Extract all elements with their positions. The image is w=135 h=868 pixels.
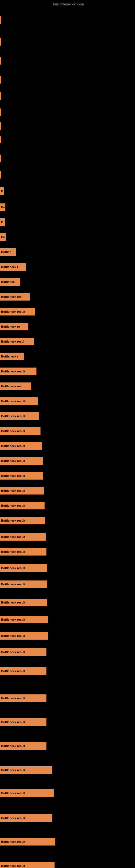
bar-label-18: Bottleneck result: [0, 308, 35, 315]
bar-row-24: Bottleneck result: [0, 397, 135, 405]
bar-label-17: Bottleneck res: [0, 293, 30, 301]
bar-row-6: [0, 122, 135, 130]
bar-row-17: Bottleneck res: [0, 293, 135, 301]
bar-row-4: [0, 92, 135, 100]
bar-label-34: Bottleneck result: [0, 548, 46, 556]
bar-label-11: Bo: [0, 204, 5, 211]
bar-label-38: Bottleneck result: [0, 616, 48, 623]
bar-label-31: Bottleneck result: [0, 502, 45, 509]
bar-label-1: [0, 38, 1, 45]
bar-row-9: [0, 171, 135, 179]
bar-row-7: [0, 135, 135, 143]
bar-row-1: [0, 38, 135, 45]
bar-row-38: Bottleneck result: [0, 616, 135, 623]
bar-label-41: Bottleneck result: [0, 667, 46, 675]
bar-label-21: Bottleneck r: [0, 352, 24, 360]
bar-row-35: Bottleneck result: [0, 564, 135, 572]
bar-row-41: Bottleneck result: [0, 667, 135, 675]
bar-label-10: B: [0, 187, 4, 195]
bar-row-28: Bottleneck result: [0, 457, 135, 465]
bar-label-9: [0, 171, 1, 179]
bar-label-22: Bottleneck result: [0, 368, 37, 375]
bar-label-6: [0, 122, 1, 130]
bar-row-43: Bottleneck result: [0, 718, 135, 726]
bar-label-2: [0, 57, 1, 65]
bar-row-23: Bottleneck res: [0, 382, 135, 390]
bar-label-12: B: [0, 218, 5, 226]
bar-row-48: Bottleneck result: [0, 838, 135, 845]
bar-label-15: Bottleneck r: [0, 263, 26, 271]
bar-label-44: Bottleneck result: [0, 742, 46, 750]
bar-row-5: [0, 108, 135, 116]
bar-row-29: Bottleneck result: [0, 472, 135, 479]
bar-row-47: Bottleneck result: [0, 814, 135, 822]
bar-label-25: Bottleneck result: [0, 412, 39, 420]
bar-label-30: Bottleneck result: [0, 487, 44, 495]
bar-row-25: Bottleneck result: [0, 412, 135, 420]
bar-label-28: Bottleneck result: [0, 457, 43, 465]
bar-label-5: [0, 108, 1, 116]
bar-row-12: B: [0, 218, 135, 226]
bar-row-21: Bottleneck r: [0, 352, 135, 360]
bar-label-33: Bottleneck result: [0, 533, 46, 540]
bar-row-44: Bottleneck result: [0, 742, 135, 750]
bar-label-7: [0, 135, 1, 143]
bar-label-37: Bottleneck result: [0, 599, 47, 606]
bar-row-13: Bo: [0, 233, 135, 241]
bar-label-16: Bottlenec: [0, 278, 20, 286]
bar-row-31: Bottleneck result: [0, 502, 135, 509]
bar-label-23: Bottleneck res: [0, 382, 31, 390]
bar-row-33: Bottleneck result: [0, 533, 135, 540]
bar-label-14: Bottlen: [0, 248, 16, 256]
bar-label-40: Bottleneck result: [0, 648, 46, 656]
bar-row-22: Bottleneck result: [0, 368, 135, 375]
bar-label-29: Bottleneck result: [0, 472, 43, 479]
bar-label-39: Bottleneck result: [0, 632, 48, 640]
bar-row-11: Bo: [0, 204, 135, 211]
bar-row-32: Bottleneck result: [0, 517, 135, 524]
bar-label-35: Bottleneck result: [0, 564, 47, 572]
bar-row-10: B: [0, 187, 135, 195]
bar-label-32: Bottleneck result: [0, 517, 45, 524]
bar-row-39: Bottleneck result: [0, 632, 135, 640]
bar-label-47: Bottleneck result: [0, 814, 52, 822]
bar-label-0: [0, 16, 1, 24]
bar-label-20: Bottleneck resul: [0, 338, 34, 345]
bar-row-20: Bottleneck resul: [0, 338, 135, 345]
bar-row-0: [0, 16, 135, 24]
bar-label-42: Bottleneck result: [0, 694, 46, 702]
bar-label-19: Bottleneck re: [0, 323, 28, 330]
bar-row-14: Bottlen: [0, 248, 135, 256]
site-title: TheBottlenecker.com: [51, 2, 84, 6]
bar-label-46: Bottleneck result: [0, 789, 54, 797]
bar-row-34: Bottleneck result: [0, 548, 135, 556]
bar-row-27: Bottleneck result: [0, 442, 135, 450]
bar-row-30: Bottleneck result: [0, 487, 135, 495]
bar-row-18: Bottleneck result: [0, 308, 135, 315]
bar-row-49: Bottleneck result: [0, 862, 135, 868]
bar-row-15: Bottleneck r: [0, 263, 135, 271]
bar-row-36: Bottleneck result: [0, 581, 135, 588]
bar-label-8: [0, 155, 1, 162]
bar-label-36: Bottleneck result: [0, 581, 47, 588]
bar-label-49: Bottleneck result: [0, 862, 54, 868]
bar-row-37: Bottleneck result: [0, 599, 135, 606]
bar-label-24: Bottleneck result: [0, 397, 38, 405]
bar-label-27: Bottleneck result: [0, 442, 42, 450]
bar-row-2: [0, 57, 135, 65]
bar-label-43: Bottleneck result: [0, 718, 46, 726]
bar-row-16: Bottlenec: [0, 278, 135, 286]
bar-row-19: Bottleneck re: [0, 323, 135, 330]
bar-label-4: [0, 92, 1, 100]
bar-label-13: Bo: [0, 233, 6, 241]
bar-label-26: Bottleneck result: [0, 427, 41, 435]
bar-row-8: [0, 155, 135, 162]
bar-row-46: Bottleneck result: [0, 789, 135, 797]
bar-row-42: Bottleneck result: [0, 694, 135, 702]
bar-row-45: Bottleneck result: [0, 766, 135, 774]
bar-label-3: [0, 76, 1, 84]
bar-row-26: Bottleneck result: [0, 427, 135, 435]
bar-row-3: [0, 76, 135, 84]
bar-label-48: Bottleneck result: [0, 838, 55, 845]
bar-label-45: Bottleneck result: [0, 766, 52, 774]
